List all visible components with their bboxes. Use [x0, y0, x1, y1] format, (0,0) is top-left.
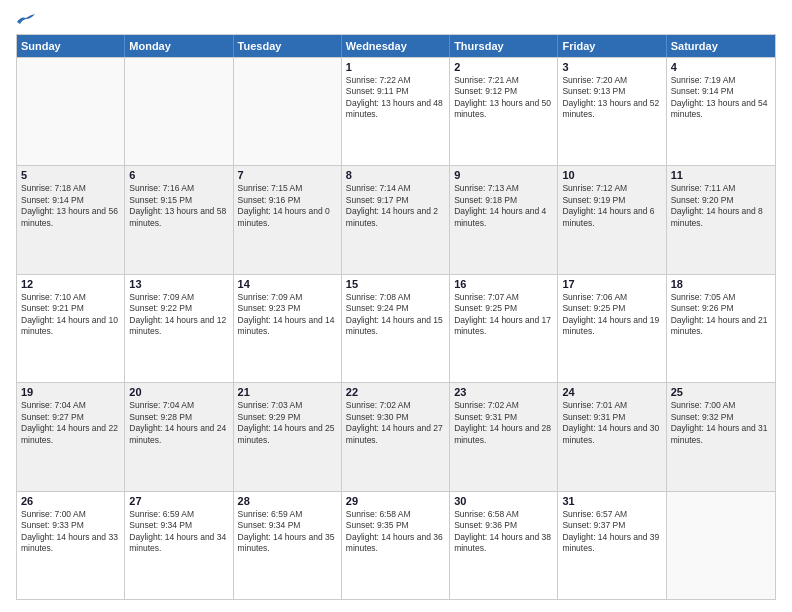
day-number: 29	[346, 495, 445, 507]
day-info: Sunrise: 7:07 AMSunset: 9:25 PMDaylight:…	[454, 292, 553, 338]
day-info: Sunrise: 7:06 AMSunset: 9:25 PMDaylight:…	[562, 292, 661, 338]
calendar-row: 5Sunrise: 7:18 AMSunset: 9:14 PMDaylight…	[17, 165, 775, 273]
calendar-cell: 14Sunrise: 7:09 AMSunset: 9:23 PMDayligh…	[234, 275, 342, 382]
calendar-row: 12Sunrise: 7:10 AMSunset: 9:21 PMDayligh…	[17, 274, 775, 382]
calendar-cell: 30Sunrise: 6:58 AMSunset: 9:36 PMDayligh…	[450, 492, 558, 599]
day-number: 1	[346, 61, 445, 73]
calendar-cell: 17Sunrise: 7:06 AMSunset: 9:25 PMDayligh…	[558, 275, 666, 382]
day-info: Sunrise: 7:09 AMSunset: 9:23 PMDaylight:…	[238, 292, 337, 338]
day-number: 17	[562, 278, 661, 290]
calendar-cell	[17, 58, 125, 165]
day-info: Sunrise: 7:14 AMSunset: 9:17 PMDaylight:…	[346, 183, 445, 229]
calendar-cell: 28Sunrise: 6:59 AMSunset: 9:34 PMDayligh…	[234, 492, 342, 599]
day-info: Sunrise: 7:04 AMSunset: 9:27 PMDaylight:…	[21, 400, 120, 446]
header-day-tuesday: Tuesday	[234, 35, 342, 57]
calendar-cell	[667, 492, 775, 599]
calendar: SundayMondayTuesdayWednesdayThursdayFrid…	[16, 34, 776, 600]
calendar-cell: 20Sunrise: 7:04 AMSunset: 9:28 PMDayligh…	[125, 383, 233, 490]
calendar-cell: 16Sunrise: 7:07 AMSunset: 9:25 PMDayligh…	[450, 275, 558, 382]
day-number: 18	[671, 278, 771, 290]
day-info: Sunrise: 7:09 AMSunset: 9:22 PMDaylight:…	[129, 292, 228, 338]
calendar-cell: 22Sunrise: 7:02 AMSunset: 9:30 PMDayligh…	[342, 383, 450, 490]
day-info: Sunrise: 7:10 AMSunset: 9:21 PMDaylight:…	[21, 292, 120, 338]
logo-bird-icon	[16, 12, 36, 26]
day-number: 8	[346, 169, 445, 181]
day-info: Sunrise: 7:15 AMSunset: 9:16 PMDaylight:…	[238, 183, 337, 229]
day-info: Sunrise: 7:18 AMSunset: 9:14 PMDaylight:…	[21, 183, 120, 229]
page: SundayMondayTuesdayWednesdayThursdayFrid…	[0, 0, 792, 612]
day-info: Sunrise: 7:13 AMSunset: 9:18 PMDaylight:…	[454, 183, 553, 229]
day-number: 9	[454, 169, 553, 181]
calendar-cell: 25Sunrise: 7:00 AMSunset: 9:32 PMDayligh…	[667, 383, 775, 490]
day-number: 19	[21, 386, 120, 398]
calendar-row: 1Sunrise: 7:22 AMSunset: 9:11 PMDaylight…	[17, 57, 775, 165]
calendar-body: 1Sunrise: 7:22 AMSunset: 9:11 PMDaylight…	[17, 57, 775, 599]
day-info: Sunrise: 7:19 AMSunset: 9:14 PMDaylight:…	[671, 75, 771, 121]
day-number: 16	[454, 278, 553, 290]
day-number: 5	[21, 169, 120, 181]
header-day-wednesday: Wednesday	[342, 35, 450, 57]
header-day-friday: Friday	[558, 35, 666, 57]
header	[16, 12, 776, 26]
day-number: 24	[562, 386, 661, 398]
day-info: Sunrise: 7:02 AMSunset: 9:31 PMDaylight:…	[454, 400, 553, 446]
calendar-cell: 3Sunrise: 7:20 AMSunset: 9:13 PMDaylight…	[558, 58, 666, 165]
day-number: 27	[129, 495, 228, 507]
day-info: Sunrise: 6:59 AMSunset: 9:34 PMDaylight:…	[238, 509, 337, 555]
calendar-header: SundayMondayTuesdayWednesdayThursdayFrid…	[17, 35, 775, 57]
day-number: 28	[238, 495, 337, 507]
day-number: 15	[346, 278, 445, 290]
calendar-cell: 1Sunrise: 7:22 AMSunset: 9:11 PMDaylight…	[342, 58, 450, 165]
day-number: 6	[129, 169, 228, 181]
day-number: 22	[346, 386, 445, 398]
day-info: Sunrise: 7:12 AMSunset: 9:19 PMDaylight:…	[562, 183, 661, 229]
calendar-cell: 18Sunrise: 7:05 AMSunset: 9:26 PMDayligh…	[667, 275, 775, 382]
day-number: 23	[454, 386, 553, 398]
day-info: Sunrise: 7:00 AMSunset: 9:33 PMDaylight:…	[21, 509, 120, 555]
calendar-cell: 2Sunrise: 7:21 AMSunset: 9:12 PMDaylight…	[450, 58, 558, 165]
day-number: 3	[562, 61, 661, 73]
day-info: Sunrise: 7:20 AMSunset: 9:13 PMDaylight:…	[562, 75, 661, 121]
day-info: Sunrise: 7:16 AMSunset: 9:15 PMDaylight:…	[129, 183, 228, 229]
day-number: 25	[671, 386, 771, 398]
calendar-cell: 4Sunrise: 7:19 AMSunset: 9:14 PMDaylight…	[667, 58, 775, 165]
logo	[16, 12, 38, 26]
calendar-cell	[125, 58, 233, 165]
calendar-cell: 26Sunrise: 7:00 AMSunset: 9:33 PMDayligh…	[17, 492, 125, 599]
day-info: Sunrise: 7:00 AMSunset: 9:32 PMDaylight:…	[671, 400, 771, 446]
day-info: Sunrise: 7:03 AMSunset: 9:29 PMDaylight:…	[238, 400, 337, 446]
calendar-cell: 11Sunrise: 7:11 AMSunset: 9:20 PMDayligh…	[667, 166, 775, 273]
day-number: 12	[21, 278, 120, 290]
day-number: 13	[129, 278, 228, 290]
day-number: 31	[562, 495, 661, 507]
calendar-cell	[234, 58, 342, 165]
day-info: Sunrise: 7:22 AMSunset: 9:11 PMDaylight:…	[346, 75, 445, 121]
day-info: Sunrise: 6:59 AMSunset: 9:34 PMDaylight:…	[129, 509, 228, 555]
day-info: Sunrise: 7:11 AMSunset: 9:20 PMDaylight:…	[671, 183, 771, 229]
day-number: 14	[238, 278, 337, 290]
header-day-sunday: Sunday	[17, 35, 125, 57]
day-info: Sunrise: 6:58 AMSunset: 9:35 PMDaylight:…	[346, 509, 445, 555]
calendar-cell: 12Sunrise: 7:10 AMSunset: 9:21 PMDayligh…	[17, 275, 125, 382]
day-info: Sunrise: 6:57 AMSunset: 9:37 PMDaylight:…	[562, 509, 661, 555]
calendar-cell: 29Sunrise: 6:58 AMSunset: 9:35 PMDayligh…	[342, 492, 450, 599]
calendar-cell: 7Sunrise: 7:15 AMSunset: 9:16 PMDaylight…	[234, 166, 342, 273]
calendar-cell: 19Sunrise: 7:04 AMSunset: 9:27 PMDayligh…	[17, 383, 125, 490]
day-number: 4	[671, 61, 771, 73]
day-info: Sunrise: 7:05 AMSunset: 9:26 PMDaylight:…	[671, 292, 771, 338]
day-info: Sunrise: 6:58 AMSunset: 9:36 PMDaylight:…	[454, 509, 553, 555]
day-info: Sunrise: 7:02 AMSunset: 9:30 PMDaylight:…	[346, 400, 445, 446]
header-day-saturday: Saturday	[667, 35, 775, 57]
calendar-cell: 9Sunrise: 7:13 AMSunset: 9:18 PMDaylight…	[450, 166, 558, 273]
calendar-cell: 31Sunrise: 6:57 AMSunset: 9:37 PMDayligh…	[558, 492, 666, 599]
day-number: 30	[454, 495, 553, 507]
day-info: Sunrise: 7:01 AMSunset: 9:31 PMDaylight:…	[562, 400, 661, 446]
calendar-cell: 15Sunrise: 7:08 AMSunset: 9:24 PMDayligh…	[342, 275, 450, 382]
day-number: 11	[671, 169, 771, 181]
day-info: Sunrise: 7:08 AMSunset: 9:24 PMDaylight:…	[346, 292, 445, 338]
calendar-cell: 10Sunrise: 7:12 AMSunset: 9:19 PMDayligh…	[558, 166, 666, 273]
day-number: 26	[21, 495, 120, 507]
day-number: 21	[238, 386, 337, 398]
day-number: 10	[562, 169, 661, 181]
calendar-cell: 8Sunrise: 7:14 AMSunset: 9:17 PMDaylight…	[342, 166, 450, 273]
